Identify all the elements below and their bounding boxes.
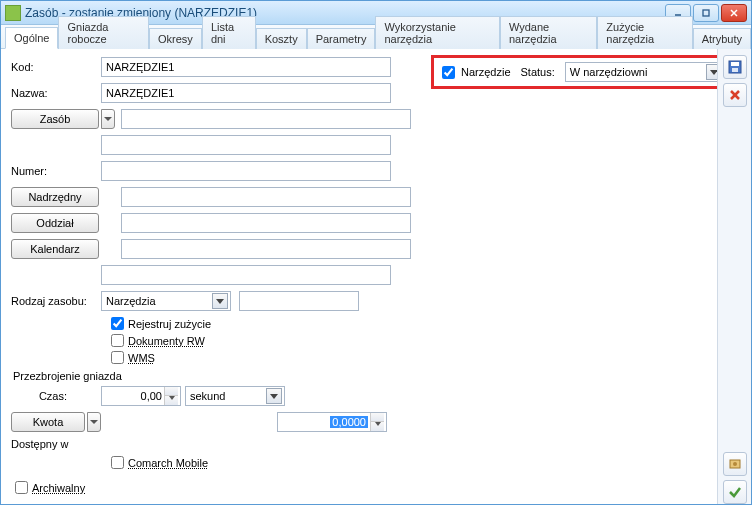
chevron-down-icon (212, 293, 228, 309)
kwota-spin[interactable] (370, 413, 384, 431)
narzedzie-check[interactable]: Narzędzie (438, 63, 511, 82)
spin-up-icon[interactable] (165, 387, 178, 396)
archiwalny-check[interactable]: Archiwalny (15, 481, 707, 494)
nazwa-label: Nazwa: (11, 87, 101, 99)
kalendarz-input[interactable] (121, 239, 411, 259)
comarch-checkbox[interactable] (111, 456, 124, 469)
kod-label: Kod: (11, 61, 101, 73)
dokrw-label: Dokumenty RW (128, 335, 205, 347)
narzedzie-label: Narzędzie (461, 66, 511, 78)
tabbar: Ogólne Gniazda robocze Okresy Lista dni … (1, 25, 751, 49)
czas-spin[interactable] (164, 387, 178, 405)
tab-gniazda[interactable]: Gniazda robocze (58, 16, 149, 49)
kod-input[interactable] (101, 57, 391, 77)
window: Zasób - zostanie zmieniony (NARZĘDZIE1) … (0, 0, 752, 505)
numer-label: Numer: (11, 165, 101, 177)
status-label: Status: (521, 66, 555, 78)
przezbrojenie-label: Przezbrojenie gniazda (13, 370, 707, 382)
tab-wykorzystanie[interactable]: Wykorzystanie narzędzia (375, 16, 500, 49)
settings-button[interactable] (723, 452, 747, 476)
numer-input[interactable] (101, 161, 391, 181)
spin-down-icon[interactable] (165, 396, 178, 405)
oddzial-button[interactable]: Oddział (11, 213, 99, 233)
kalendarz-extra-input[interactable] (101, 265, 391, 285)
wms-check[interactable]: WMS (111, 351, 707, 364)
kwota-split[interactable] (87, 412, 101, 432)
zasob-input[interactable] (121, 109, 411, 129)
rejestruj-check[interactable]: Rejestruj zużycie (111, 317, 707, 330)
delete-button[interactable] (723, 83, 747, 107)
right-sidebar (717, 49, 751, 504)
rodzaj-dropdown[interactable]: Narzędzia (101, 291, 231, 311)
wms-checkbox[interactable] (111, 351, 124, 364)
dokrw-checkbox[interactable] (111, 334, 124, 347)
save-icon (728, 60, 742, 74)
kalendarz-button[interactable]: Kalendarz (11, 239, 99, 259)
confirm-button[interactable] (723, 480, 747, 504)
delete-icon (728, 88, 742, 102)
tab-okresy[interactable]: Okresy (149, 28, 202, 49)
nadrzedny-button[interactable]: Nadrzędny (11, 187, 99, 207)
rejestruj-checkbox[interactable] (111, 317, 124, 330)
chevron-down-icon (706, 64, 717, 80)
zasob-extra-input[interactable] (101, 135, 391, 155)
content: Narzędzie Status: W narzędziowni Kod: Na… (1, 49, 717, 504)
comarch-check[interactable]: Comarch Mobile (111, 456, 707, 469)
rejestruj-label: Rejestruj zużycie (128, 318, 211, 330)
czas-value: 0,00 (141, 390, 162, 402)
save-button[interactable] (723, 55, 747, 79)
kwota-value: 0,0000 (330, 416, 368, 428)
tab-ogolne[interactable]: Ogólne (5, 27, 58, 49)
svg-point-10 (733, 462, 737, 466)
svg-rect-1 (703, 10, 709, 16)
status-block: Narzędzie Status: W narzędziowni (431, 55, 717, 89)
body: Narzędzie Status: W narzędziowni Kod: Na… (1, 49, 751, 504)
rodzaj-label: Rodzaj zasobu: (11, 295, 101, 307)
close-button[interactable] (721, 4, 747, 22)
czas-label: Czas: (11, 390, 73, 402)
chevron-down-icon (266, 388, 282, 404)
tab-koszty[interactable]: Koszty (256, 28, 307, 49)
svg-rect-5 (731, 62, 739, 66)
rodzaj-value: Narzędzia (106, 295, 156, 307)
wms-label: WMS (128, 352, 155, 364)
status-dropdown[interactable]: W narzędziowni (565, 62, 717, 82)
tab-zuzycie[interactable]: Zużycie narzędzia (597, 16, 692, 49)
svg-rect-6 (732, 68, 738, 72)
czas-unit-value: sekund (190, 390, 225, 402)
dostepny-label: Dostępny w (11, 438, 101, 450)
status-value: W narzędziowni (570, 66, 648, 78)
nazwa-input[interactable] (101, 83, 391, 103)
check-icon (728, 485, 742, 499)
narzedzie-checkbox[interactable] (442, 66, 455, 79)
kwota-button[interactable]: Kwota (11, 412, 85, 432)
zasob-split[interactable] (101, 109, 115, 129)
zasob-button[interactable]: Zasób (11, 109, 99, 129)
tab-lista-dni[interactable]: Lista dni (202, 16, 256, 49)
dokrw-check[interactable]: Dokumenty RW (111, 334, 707, 347)
rodzaj-extra-input[interactable] (239, 291, 359, 311)
app-icon (5, 5, 21, 21)
czas-input[interactable]: 0,00 (101, 386, 181, 406)
spin-down-icon[interactable] (371, 422, 384, 431)
oddzial-input[interactable] (121, 213, 411, 233)
nadrzedny-input[interactable] (121, 187, 411, 207)
czas-unit-dropdown[interactable]: sekund (185, 386, 285, 406)
archiwalny-checkbox[interactable] (15, 481, 28, 494)
comarch-label: Comarch Mobile (128, 457, 208, 469)
kwota-input[interactable]: 0,0000 (277, 412, 387, 432)
archiwalny-label: Archiwalny (32, 482, 85, 494)
settings-icon (728, 457, 742, 471)
maximize-button[interactable] (693, 4, 719, 22)
tab-atrybuty[interactable]: Atrybuty (693, 28, 751, 49)
spin-up-icon[interactable] (371, 413, 384, 422)
tab-parametry[interactable]: Parametry (307, 28, 376, 49)
tab-wydane[interactable]: Wydane narzędzia (500, 16, 597, 49)
